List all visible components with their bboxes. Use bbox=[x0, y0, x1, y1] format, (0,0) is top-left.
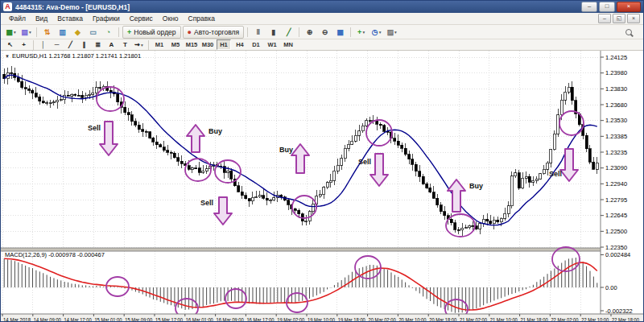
menu-view[interactable]: Вид bbox=[31, 14, 52, 23]
zoom-out-button[interactable]: ⊖ bbox=[318, 26, 332, 39]
new-chart-dropdown-icon[interactable]: ▾ bbox=[14, 30, 16, 35]
text-label-button[interactable]: T bbox=[119, 39, 131, 50]
timeframe-mn-button[interactable]: MN bbox=[281, 39, 295, 50]
toolbar-separator bbox=[299, 27, 299, 37]
main-toolbar: ▦▾▤▾⇅▥◆▭◔+Новый ордер●Авто-торговля‖▮╱⊕⊖… bbox=[1, 25, 643, 39]
fibonacci-icon: ≣ bbox=[95, 41, 101, 48]
price-axis-label: 1.22500 bbox=[605, 228, 627, 235]
zoom-in-button[interactable]: ⊕ bbox=[303, 26, 316, 39]
periods-button[interactable]: ◷▾ bbox=[369, 26, 383, 39]
minimize-button[interactable]: – bbox=[581, 2, 597, 12]
chart-candles-button[interactable]: ▮ bbox=[266, 26, 280, 39]
fibonacci-button[interactable]: ≣ bbox=[92, 39, 104, 50]
timeframe-h1-button[interactable]: H1 bbox=[217, 39, 231, 50]
mdi-close-button[interactable]: × bbox=[627, 14, 640, 23]
timeframe-m1-button[interactable]: M1 bbox=[152, 39, 167, 50]
profiles-button[interactable]: ▤▾ bbox=[19, 26, 33, 39]
price-axis-label: 1.22350 bbox=[605, 244, 627, 251]
chart-bars-icon: ‖ bbox=[256, 28, 259, 36]
menu-charts[interactable]: Графики bbox=[88, 14, 125, 23]
maximize-button[interactable]: □ bbox=[599, 2, 615, 12]
chart-line-button[interactable]: ╱ bbox=[282, 26, 295, 39]
terminal-button[interactable]: ▭ bbox=[86, 26, 100, 39]
market-watch-button[interactable]: ⇅ bbox=[40, 26, 54, 39]
zoom-out-icon: ⊖ bbox=[322, 28, 328, 36]
text-icon: A bbox=[109, 41, 114, 48]
time-axis-label: 22 Mar 18:00 bbox=[612, 317, 639, 322]
time-axis-label: 14 Mar 2018 bbox=[3, 317, 31, 322]
menu-help[interactable]: Справка bbox=[184, 14, 220, 23]
profiles-icon: ▤ bbox=[21, 28, 28, 36]
search-icon[interactable] bbox=[625, 29, 632, 35]
chart-bars-button[interactable]: ‖ bbox=[251, 26, 265, 39]
crosshair-button[interactable]: + bbox=[18, 39, 30, 50]
toolbar-separator bbox=[36, 27, 37, 37]
periods-dropdown-icon[interactable]: ▾ bbox=[379, 30, 382, 35]
chart-collapse-icon[interactable]: ▼ bbox=[5, 54, 10, 59]
time-axis-label: 16 Mar 09:00 bbox=[217, 317, 244, 322]
tile-windows-button[interactable]: ▦ bbox=[333, 26, 347, 39]
trendline-icon: ╱ bbox=[68, 41, 72, 48]
menu-window[interactable]: Окно bbox=[158, 14, 184, 23]
macd-header: MACD(12,26,9) -0.000978 -0.000467 bbox=[5, 251, 105, 258]
arrows-dropdown-icon[interactable]: ▾ bbox=[141, 43, 143, 47]
menu-service[interactable]: Сервис bbox=[125, 14, 158, 23]
signal-label: Buy bbox=[208, 127, 222, 135]
menu-insert[interactable]: Вставка bbox=[52, 14, 88, 23]
price-axis-label: 1.22645 bbox=[605, 212, 627, 219]
time-axis-label: 16 Mar 01:00 bbox=[186, 317, 213, 322]
data-window-button[interactable]: ▥ bbox=[56, 26, 69, 39]
cursor-button[interactable]: ↖ bbox=[4, 39, 16, 50]
templates-button[interactable]: ▨▾ bbox=[385, 26, 398, 39]
toolbar-right bbox=[625, 29, 641, 35]
close-button[interactable]: × bbox=[617, 2, 641, 12]
time-axis-label: 14 Mar 09:00 bbox=[34, 317, 61, 322]
indicators-button[interactable]: +▾ bbox=[354, 26, 368, 39]
signal-label: Buy bbox=[279, 146, 293, 154]
timeframe-m5-button[interactable]: M5 bbox=[168, 39, 183, 50]
navigator-button[interactable]: ◆ bbox=[71, 26, 85, 39]
equidistant-channel-button[interactable]: ∥ bbox=[78, 39, 90, 50]
profiles-dropdown-icon[interactable]: ▾ bbox=[29, 30, 31, 35]
toolbar-separator bbox=[118, 27, 119, 37]
vertical-line-button[interactable]: │ bbox=[37, 39, 49, 50]
time-axis-label: 20 Mar 02:00 bbox=[369, 317, 396, 322]
time-axis-label: 15 Mar 09:00 bbox=[125, 317, 152, 322]
timeframe-m30-button[interactable]: M30 bbox=[200, 39, 215, 50]
time-axis-label: 16 Mar 17:00 bbox=[246, 317, 274, 322]
price-axis-label: 1.24125 bbox=[605, 54, 627, 61]
title-bar: A 4484315: Ava-Demo - [EURUSD,H1] – □ × bbox=[1, 1, 643, 13]
timeframe-h4-button[interactable]: H4 bbox=[233, 39, 247, 50]
text-button[interactable]: A bbox=[105, 39, 118, 50]
mdi-restore-button[interactable]: ◱ bbox=[613, 14, 625, 23]
price-axis-label: 1.23235 bbox=[605, 149, 627, 156]
signal-label: Sell bbox=[358, 158, 371, 166]
horizontal-line-button[interactable]: ─ bbox=[51, 39, 63, 50]
price-axis-label: 1.23530 bbox=[605, 117, 627, 124]
line-studies-toolbar: ↖+│─╱∥≣AT⇝▾M1M5M15M30H1H4D1W1MN bbox=[1, 39, 643, 51]
navigator-icon: ◆ bbox=[75, 28, 80, 36]
new-order-button[interactable]: +Новый ордер bbox=[122, 26, 181, 39]
templates-dropdown-icon[interactable]: ▾ bbox=[394, 30, 397, 35]
price-axis-label: 1.23980 bbox=[605, 69, 627, 76]
timeframe-w1-button[interactable]: W1 bbox=[265, 39, 279, 50]
autotrading-label: Авто-торговля bbox=[194, 28, 239, 36]
autotrading-button[interactable]: ●Авто-торговля bbox=[183, 26, 245, 39]
strategy-tester-button[interactable]: ◔ bbox=[101, 26, 115, 39]
signal-label: Buy bbox=[469, 182, 483, 190]
arrows-button[interactable]: ⇝▾ bbox=[133, 39, 145, 50]
window-title: 4484315: Ava-Demo - [EURUSD,H1] bbox=[15, 3, 580, 11]
timeframe-m15-button[interactable]: M15 bbox=[184, 39, 199, 50]
new-chart-button[interactable]: ▦▾ bbox=[4, 26, 18, 39]
mdi-minimize-button[interactable]: – bbox=[598, 14, 611, 23]
price-axis-label: 1.23090 bbox=[605, 164, 627, 171]
time-axis-label: 19 Mar 02:00 bbox=[277, 317, 304, 322]
menu-file[interactable]: Файл bbox=[4, 14, 31, 23]
time-axis-label: 19 Mar 10:00 bbox=[308, 317, 335, 322]
time-axis-label: 22 Mar 02:00 bbox=[551, 317, 578, 322]
indicators-dropdown-icon[interactable]: ▾ bbox=[362, 30, 365, 35]
templates-icon: ▨ bbox=[386, 28, 394, 36]
trendline-button[interactable]: ╱ bbox=[64, 39, 76, 50]
timeframe-d1-button[interactable]: D1 bbox=[249, 39, 263, 50]
chart-canvas[interactable]: SellBuySellBuySellBuySell 1.241251.23980… bbox=[1, 51, 644, 322]
